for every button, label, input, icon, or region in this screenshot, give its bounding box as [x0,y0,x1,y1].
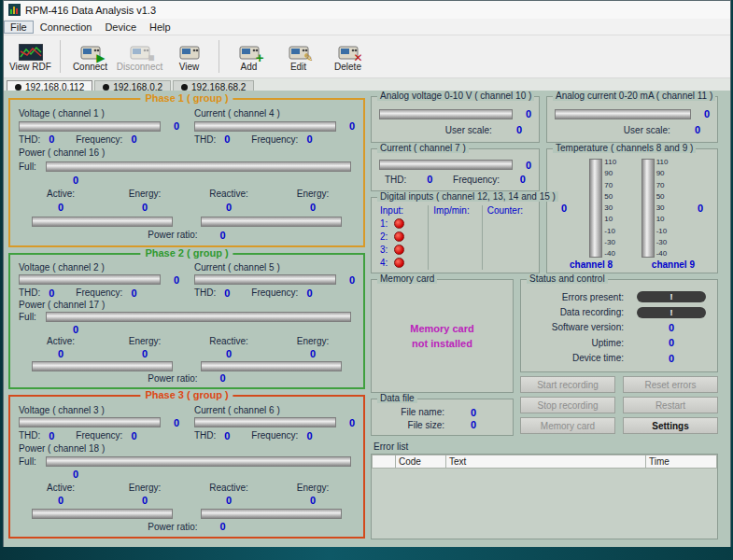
menu-file[interactable]: File [4,21,34,34]
input-3-led-icon [394,245,404,255]
input-4-led-icon [394,258,404,268]
errors-present-row: Errors present: ! [529,291,710,302]
software-version-value: 0 [669,322,674,333]
reactive-energy-value: 0 [271,495,355,506]
analog-voltage-value: 0 [520,108,531,119]
start-recording-button[interactable]: Start recording [520,376,615,393]
error-time-column-header: Time [646,455,717,469]
active-power-bar [32,509,173,519]
view-rdf-label: View RDF [9,62,51,72]
edit-button[interactable]: ✎ Edit [274,36,323,77]
data-recording-row: Data recording: ! [529,307,710,318]
thd-label: THD: [19,134,40,145]
current-bar [194,121,336,132]
power-ratio-value: 0 [220,521,226,532]
active-value: 0 [19,348,103,359]
imp-min-column-header: Imp/min: [433,205,476,216]
input-row-3: 3: [380,245,423,255]
active-label: Active: [19,483,103,493]
add-button[interactable]: + Add [224,36,274,77]
memory-card-title: Memory card [377,273,437,284]
frequency-value: 0 [131,430,142,441]
reactive-energy-label: Energy: [271,336,355,346]
phase-2-panel: Phase 2 ( group ) Voltage ( channel 2 ) … [8,253,365,389]
active-power-bar [32,217,173,227]
disconnect-button[interactable]: ■ Disconnect [115,36,164,77]
current-bar [194,417,336,427]
tick: -10 [604,228,621,235]
restart-button[interactable]: Restart [623,397,718,413]
menu-connection[interactable]: Connection [34,21,99,34]
data-recording-label: Data recording: [529,307,624,317]
app-icon [8,4,21,16]
reactive-value: 0 [187,202,271,213]
toolbar-separator [60,40,61,73]
status-control-panel: Status and control Errors present: ! Dat… [520,279,718,372]
view-button[interactable]: View [164,36,214,77]
frequency-value: 0 [131,287,142,299]
active-energy-label: Energy: [103,336,187,346]
stop-recording-button[interactable]: Stop recording [520,397,615,413]
device-status-dot [181,84,188,91]
data-file-title: Data file [377,393,417,403]
file-size-row: File size: 0 [377,419,507,430]
input-row-label: 2: [380,231,388,242]
tick: 50 [604,193,621,201]
reactive-value: 0 [187,495,271,506]
view-rdf-button[interactable]: View RDF [6,36,55,77]
thd-label: THD: [194,134,216,145]
menu-help[interactable]: Help [143,21,177,34]
memory-card-panel: Memory card Memory card not installed [371,279,514,393]
reset-errors-button[interactable]: Reset errors [623,376,718,393]
digital-inputs-title: Digital inputs ( channel 12, 13, 14 and … [377,191,558,202]
frequency-value: 0 [520,174,526,185]
input-row-label: 1: [380,218,388,229]
main-area: Phase 1 ( group ) Voltage ( channel 1 ) … [4,91,730,547]
memory-card-button[interactable]: Memory card [520,417,615,434]
frequency-value: 0 [131,133,142,145]
temperature-track [589,159,602,258]
tick: 110 [656,159,673,166]
window-title: RPM-416 Data Analysis v1.3 [25,5,156,16]
reactive-label: Reactive: [187,483,271,493]
thd-label: THD: [19,287,40,298]
tick: -30 [604,239,621,246]
voltage-label: Voltage ( channel 2 ) [19,262,179,273]
temperature-left-value: 0 [557,203,571,214]
memory-card-status: Memory card not installed [410,321,473,352]
connect-button[interactable]: ▶ Connect [65,36,115,77]
settings-button[interactable]: Settings [623,417,718,434]
menu-device[interactable]: Device [98,21,143,34]
control-buttons: Start recording Reset errors Stop record… [520,376,718,434]
active-energy-value: 0 [103,348,187,359]
power-ratio-label: Power ratio: [148,522,197,532]
connect-icon: ▶ [80,42,101,61]
analog-voltage-bar [379,109,513,119]
thd-label: THD: [385,175,406,185]
thd-label: THD: [194,430,216,441]
user-scale-label: User scale: [624,125,670,135]
temperature-scale: 110 90 70 50 30 10 -10 -30 -40 [604,159,621,258]
analog-current-title: Analog current 0-20 mA ( channel 11 ) [553,91,715,101]
edit-icon: ✎ [289,42,309,61]
frequency-label: Frequency: [251,430,298,441]
delete-button[interactable]: ✕ Delete [323,36,373,77]
device-status-dot [103,84,109,91]
phase-2-title: Phase 2 ( group ) [140,247,233,259]
file-name-label: File name: [377,407,444,417]
full-power-value: 0 [73,175,355,186]
input-row-2: 2: [380,231,423,242]
frequency-value: 0 [306,430,317,441]
error-list-title: Error list [374,441,408,452]
tick: 110 [604,159,621,166]
digital-inputs-panel: Digital inputs ( channel 12, 13, 14 and … [371,197,540,273]
user-scale-label: User scale: [445,125,492,135]
reactive-label: Reactive: [187,336,271,346]
counter-column-header: Counter: [487,205,530,216]
uptime-label: Uptime: [529,338,624,348]
analog-current-bar [555,109,691,119]
analog-current-panel: Analog current 0-20 mA ( channel 11 ) 0 … [546,96,718,143]
thd-value: 0 [224,287,235,299]
data-file-panel: Data file File name: 0 File size: 0 [371,399,514,436]
tick: 90 [604,170,621,177]
